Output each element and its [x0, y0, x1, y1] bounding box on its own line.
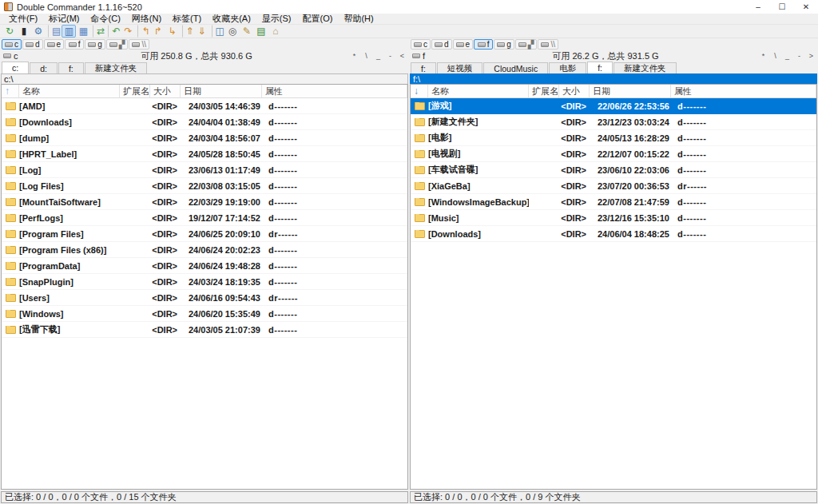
viewer-icon[interactable]: ▤: [254, 25, 268, 38]
drive-button[interactable]: c: [2, 39, 22, 50]
file-row[interactable]: [Music] <DIR> 23/12/16 15:35:10 d-------: [411, 210, 816, 226]
swap-panels-icon[interactable]: ⇄: [93, 25, 105, 38]
size-column-header[interactable]: 大小: [150, 85, 181, 97]
symlink-icon[interactable]: ↱: [151, 25, 165, 38]
dir-back-icon[interactable]: ↶: [108, 25, 121, 38]
drive-button[interactable]: g: [85, 39, 105, 50]
menu-item[interactable]: 标签(T): [167, 13, 207, 25]
pane-header-button[interactable]: _: [375, 52, 382, 60]
minimize-button[interactable]: –: [746, 0, 770, 14]
attr-column-header[interactable]: 属性: [262, 85, 407, 97]
folder-tab[interactable]: c:: [2, 62, 29, 73]
folder-tab[interactable]: CloudMusic: [483, 62, 548, 73]
file-row[interactable]: [迅雷下载] <DIR> 24/03/05 21:07:39 d-------: [2, 322, 407, 338]
file-row[interactable]: [车载试音碟] <DIR> 23/06/10 22:03:06 d-------: [411, 162, 816, 178]
ext-column-header[interactable]: 扩展名: [120, 85, 150, 97]
ext-column-header[interactable]: 扩展名: [529, 85, 559, 97]
drive-button[interactable]: f: [65, 39, 84, 50]
folder-tab[interactable]: 短视频: [437, 62, 483, 73]
terminal-icon[interactable]: ▮: [17, 25, 31, 38]
sort-column-header[interactable]: ↓: [411, 85, 428, 97]
compare-icon[interactable]: ◫: [212, 25, 225, 38]
pane-header-button[interactable]: \: [772, 52, 779, 60]
menu-item[interactable]: 文件(F): [3, 13, 43, 25]
left-path-bar[interactable]: c:\: [1, 73, 408, 84]
file-row[interactable]: [Windows] <DIR> 24/06/20 15:35:49 d-----…: [2, 306, 407, 322]
drive-button[interactable]: \\: [538, 39, 558, 50]
pane-header-button[interactable]: -: [387, 52, 394, 60]
drive-button[interactable]: e: [44, 39, 65, 50]
drive-button[interactable]: g: [494, 39, 514, 50]
right-path-bar[interactable]: f:\: [410, 73, 817, 84]
multi-rename-icon[interactable]: ✎: [240, 25, 254, 38]
file-row[interactable]: [SnapPlugin] <DIR> 24/03/24 18:19:35 d--…: [2, 274, 407, 290]
file-row[interactable]: [XiaGeBa] <DIR> 23/07/20 00:36:53 dr----…: [411, 178, 816, 194]
file-row[interactable]: [PerfLogs] <DIR> 19/12/07 17:14:52 d----…: [2, 210, 407, 226]
file-row[interactable]: [AMD] <DIR> 24/03/05 14:46:39 d-------: [2, 98, 407, 114]
dir-forward-icon[interactable]: ↷: [121, 25, 135, 38]
options-icon[interactable]: ⚙: [31, 25, 46, 38]
folder-tab[interactable]: f:: [58, 62, 84, 73]
file-row[interactable]: [新建文件夹] <DIR> 23/12/23 03:03:24 d-------: [411, 114, 816, 130]
maximize-button[interactable]: ☐: [770, 0, 794, 14]
size-column-header[interactable]: 大小: [559, 85, 590, 97]
unpack-icon[interactable]: ⇓: [195, 25, 209, 38]
menu-item[interactable]: 收藏夹(A): [207, 13, 256, 25]
shortcut-icon[interactable]: ↳: [165, 25, 180, 38]
file-row[interactable]: [ProgramData] <DIR> 24/06/24 19:48:28 d-…: [2, 258, 407, 274]
pane-header-button[interactable]: _: [784, 52, 791, 60]
date-column-header[interactable]: 日期: [181, 85, 262, 97]
folder-tab[interactable]: f:: [587, 62, 613, 73]
drive-button[interactable]: d: [22, 39, 43, 50]
menu-item[interactable]: 帮助(H): [338, 13, 379, 25]
drive-button[interactable]: d: [431, 39, 452, 50]
folder-tab[interactable]: 新建文件夹: [614, 62, 677, 73]
menu-item[interactable]: 显示(S): [256, 13, 297, 25]
drive-button[interactable]: c: [411, 39, 431, 50]
close-button[interactable]: ✕: [794, 0, 818, 14]
file-row[interactable]: [MountTaiSoftware] <DIR> 22/03/29 19:19:…: [2, 194, 407, 210]
file-row[interactable]: [Downloads] <DIR> 24/04/04 01:38:49 d---…: [2, 114, 407, 130]
drive-button[interactable]: ▞: [515, 39, 538, 50]
pane-header-button[interactable]: -: [796, 52, 803, 60]
editor-icon[interactable]: ⌂: [268, 25, 283, 38]
file-row[interactable]: [Users] <DIR> 24/06/16 09:54:43 dr------: [2, 290, 407, 306]
drive-button[interactable]: \\: [129, 39, 149, 50]
refresh-icon[interactable]: ↻: [2, 25, 17, 38]
sort-column-header[interactable]: ↑: [2, 85, 19, 97]
date-column-header[interactable]: 日期: [590, 85, 671, 97]
file-row[interactable]: [Program Files (x86)] <DIR> 24/06/24 20:…: [2, 242, 407, 258]
menu-item[interactable]: 配置(O): [297, 13, 339, 25]
file-row[interactable]: [WindowsImageBackup] <DIR> 22/07/08 21:4…: [411, 194, 816, 210]
file-row[interactable]: [Log Files] <DIR> 22/03/08 03:15:05 d---…: [2, 178, 407, 194]
pack-icon[interactable]: ⇑: [182, 25, 195, 38]
pane-header-button[interactable]: *: [351, 52, 358, 60]
folder-tab[interactable]: 电影: [549, 62, 586, 73]
folder-tab[interactable]: 新建文件夹: [85, 62, 148, 73]
search-icon[interactable]: ◎: [225, 25, 240, 38]
folder-tab[interactable]: f:: [411, 62, 436, 73]
view-full-icon[interactable]: ▥: [62, 25, 76, 38]
menu-item[interactable]: 命令(C): [85, 13, 126, 25]
menu-item[interactable]: 标记(M): [43, 13, 85, 25]
name-column-header[interactable]: 名称: [19, 85, 120, 97]
file-row[interactable]: [电影] <DIR> 24/05/13 16:28:29 d-------: [411, 130, 816, 146]
file-row[interactable]: [Downloads] <DIR> 24/06/04 18:48:25 d---…: [411, 226, 816, 242]
view-thumbnails-icon[interactable]: ▦: [76, 25, 90, 38]
name-column-header[interactable]: 名称: [428, 85, 529, 97]
pane-header-button[interactable]: *: [760, 52, 767, 60]
pane-header-button[interactable]: <: [399, 52, 406, 60]
pane-header-button[interactable]: \: [363, 52, 370, 60]
attr-column-header[interactable]: 属性: [671, 85, 816, 97]
drive-button[interactable]: ▞: [106, 39, 129, 50]
file-row[interactable]: [HPRT_Label] <DIR> 24/05/28 18:50:45 d--…: [2, 146, 407, 162]
drive-button[interactable]: f: [474, 39, 493, 50]
file-row[interactable]: [电视剧] <DIR> 22/12/07 00:15:22 d-------: [411, 146, 816, 162]
folder-tab[interactable]: d:: [30, 62, 58, 73]
file-row[interactable]: [游戏] <DIR> 22/06/26 22:53:56 d-------: [411, 98, 816, 114]
view-brief-icon[interactable]: ▤: [48, 25, 62, 38]
hardlink-icon[interactable]: ↰: [137, 25, 150, 38]
drive-button[interactable]: e: [453, 39, 474, 50]
file-row[interactable]: [dump] <DIR> 24/03/04 18:56:07 d-------: [2, 130, 407, 146]
menu-item[interactable]: 网络(N): [126, 13, 167, 25]
